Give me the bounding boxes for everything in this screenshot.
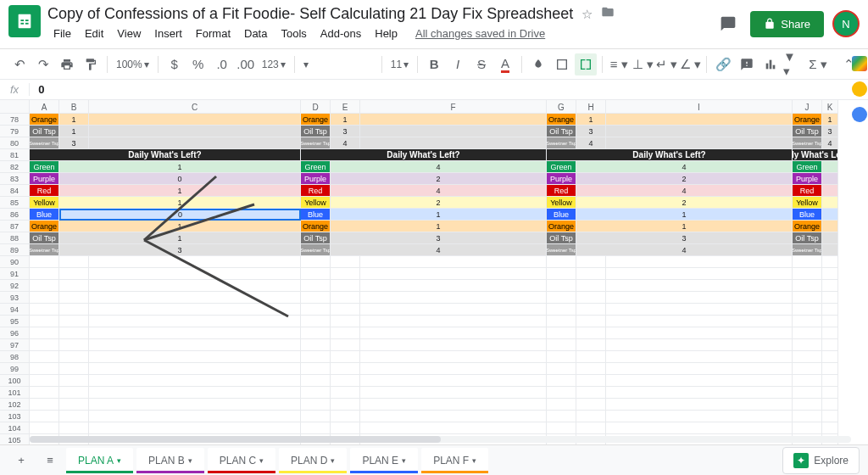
cell[interactable] (59, 411, 89, 422)
cell[interactable] (331, 268, 360, 280)
tasks-icon[interactable] (852, 107, 867, 122)
cell[interactable] (360, 327, 547, 339)
cell[interactable] (331, 375, 360, 387)
cell[interactable] (301, 327, 331, 339)
cell[interactable] (606, 114, 793, 126)
row-header-100[interactable]: 100 (0, 375, 29, 387)
cell[interactable] (301, 280, 331, 292)
cell[interactable] (822, 339, 838, 351)
tab-plan-a[interactable]: PLAN A ▾ (66, 448, 133, 473)
cell[interactable] (576, 292, 606, 304)
row-header-80[interactable]: 80 (0, 137, 29, 149)
cell[interactable] (360, 126, 547, 137)
cell[interactable] (547, 375, 576, 387)
cell[interactable] (59, 422, 89, 434)
cell[interactable] (822, 244, 838, 256)
cell[interactable] (822, 304, 838, 316)
cell[interactable] (822, 161, 838, 173)
cell[interactable]: Sweetner Tsp (301, 244, 331, 256)
borders-button[interactable] (551, 53, 573, 75)
cell[interactable] (606, 292, 793, 304)
comment-button[interactable] (715, 10, 742, 37)
cell[interactable] (822, 221, 838, 232)
row-header-93[interactable]: 93 (0, 292, 29, 304)
merge-button[interactable] (575, 53, 597, 75)
valign-button[interactable]: ⊥ ▾ (632, 53, 654, 75)
cell[interactable] (89, 363, 301, 375)
cell[interactable] (360, 114, 547, 126)
cell[interactable] (606, 126, 793, 137)
cell[interactable] (576, 399, 606, 411)
italic-button[interactable]: I (447, 53, 469, 75)
row-header-85[interactable]: 85 (0, 197, 29, 209)
cell[interactable] (360, 411, 547, 422)
cell[interactable] (331, 422, 360, 434)
cell[interactable] (547, 256, 576, 268)
row-headers[interactable]: 7879808182838485868788899091929394959697… (0, 114, 30, 446)
cell[interactable] (89, 375, 301, 387)
cell[interactable]: Blue (793, 209, 822, 221)
cell[interactable]: Blue (547, 209, 576, 221)
cell[interactable] (331, 387, 360, 399)
cell[interactable] (301, 422, 331, 434)
data-cell[interactable]: 1 (59, 161, 301, 173)
data-cell[interactable]: 4 (331, 185, 547, 197)
grid-rows[interactable]: Orange1Orange1Orange1Orange1Oil Tsp1Oil … (30, 114, 868, 446)
cell[interactable] (547, 363, 576, 375)
cell[interactable] (59, 280, 89, 292)
cell[interactable] (59, 387, 89, 399)
cell[interactable] (331, 280, 360, 292)
cell[interactable] (331, 399, 360, 411)
menu-insert[interactable]: Insert (148, 25, 188, 42)
cell[interactable]: Sweetner Tsp (793, 244, 822, 256)
data-cell[interactable]: 1 (59, 197, 301, 209)
cell[interactable] (30, 422, 59, 434)
cell[interactable] (547, 411, 576, 422)
data-cell[interactable]: 4 (331, 161, 547, 173)
cell[interactable]: Sweetner Tsp (547, 137, 576, 149)
row-header-102[interactable]: 102 (0, 399, 29, 411)
cell[interactable]: Purple (30, 173, 59, 185)
cell[interactable]: Blue (30, 209, 59, 221)
cell[interactable]: Oil Tsp (301, 232, 331, 244)
cell[interactable] (576, 351, 606, 363)
link-button[interactable]: 🔗 (712, 53, 734, 75)
currency-button[interactable]: $ (164, 53, 186, 75)
data-cell[interactable]: 1 (331, 221, 547, 232)
cell[interactable] (30, 375, 59, 387)
rotate-button[interactable]: ∠ ▾ (679, 53, 701, 75)
cell[interactable]: 1 (331, 114, 360, 126)
cell[interactable] (360, 387, 547, 399)
cell[interactable] (822, 327, 838, 339)
cell[interactable] (30, 268, 59, 280)
cell[interactable]: Orange (30, 221, 59, 232)
cell[interactable] (606, 399, 793, 411)
zoom-dropdown[interactable]: 100% ▾ (113, 59, 153, 70)
row-header-95[interactable]: 95 (0, 316, 29, 327)
cell[interactable]: Green (301, 161, 331, 173)
cell[interactable] (59, 316, 89, 327)
cell[interactable]: Red (301, 185, 331, 197)
cell[interactable] (30, 363, 59, 375)
cell[interactable] (59, 363, 89, 375)
row-header-97[interactable]: 97 (0, 339, 29, 351)
cell[interactable] (547, 292, 576, 304)
cell[interactable] (360, 363, 547, 375)
cell[interactable]: Orange (547, 114, 576, 126)
strike-button[interactable]: S (470, 53, 492, 75)
share-button[interactable]: Share (750, 11, 824, 37)
cell[interactable] (793, 256, 822, 268)
cell[interactable] (547, 327, 576, 339)
cell[interactable] (301, 339, 331, 351)
cell[interactable] (822, 173, 838, 185)
cell[interactable] (606, 316, 793, 327)
data-cell[interactable]: 1 (576, 209, 793, 221)
cell[interactable] (822, 411, 838, 422)
cell[interactable] (793, 339, 822, 351)
cell[interactable] (360, 304, 547, 316)
row-header-88[interactable]: 88 (0, 232, 29, 244)
paint-format-button[interactable] (80, 53, 102, 75)
cell[interactable]: Yellow (30, 197, 59, 209)
cell[interactable] (59, 375, 89, 387)
cell[interactable]: Red (547, 185, 576, 197)
